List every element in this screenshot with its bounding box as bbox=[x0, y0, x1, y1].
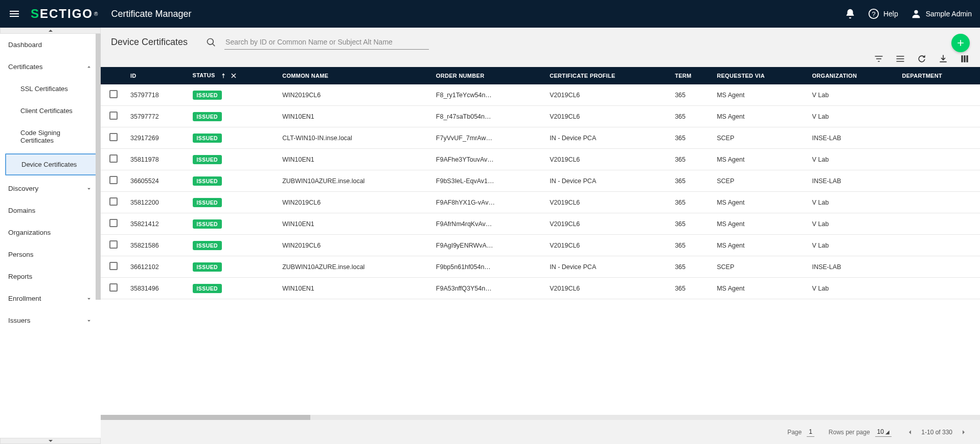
table-row[interactable]: 36605524ISSUEDZUBWIN10AZURE.inse.localF9… bbox=[101, 170, 980, 192]
cell-term: 365 bbox=[671, 278, 713, 299]
table-row[interactable]: 35821586ISSUEDWIN2019CL6F9AgI9yENRWvA…V2… bbox=[101, 235, 980, 256]
row-checkbox[interactable] bbox=[109, 219, 118, 227]
table-row[interactable]: 35831496ISSUEDWIN10EN1F9A53nffQ3Y54n…V20… bbox=[101, 278, 980, 299]
row-checkbox[interactable] bbox=[109, 112, 118, 120]
sidebar-item-enrollment[interactable]: Enrollment bbox=[0, 287, 101, 309]
sidebar-item-organizations[interactable]: Organizations bbox=[0, 221, 101, 243]
table-row[interactable]: 32917269ISSUEDCLT-WIN10-IN.inse.localF7y… bbox=[101, 127, 980, 149]
rows-per-page: Rows per page 10 ◢ bbox=[829, 427, 892, 437]
sidebar-item-domains[interactable]: Domains bbox=[0, 199, 101, 221]
row-checkbox[interactable] bbox=[109, 90, 118, 98]
col-term[interactable]: TERM bbox=[671, 67, 713, 84]
table: ID STATUS COMMON NAME ORDER NUMBER CERTI… bbox=[101, 67, 980, 415]
table-row[interactable]: 35821412ISSUEDWIN10EN1F9AfrNm4rqKvAv…V20… bbox=[101, 213, 980, 235]
col-id[interactable]: ID bbox=[126, 67, 189, 84]
sidebar-item-label: Issuers bbox=[8, 317, 31, 324]
sidebar-scroll-up[interactable] bbox=[0, 28, 101, 34]
page-indicator: Page 1 bbox=[787, 427, 814, 437]
cell-via: SCEP bbox=[713, 127, 808, 149]
sidebar-item-code-signing-certificates[interactable]: Code Signing Certificates bbox=[0, 122, 101, 151]
cell-order: F9AfrNm4rqKvAv… bbox=[432, 213, 545, 235]
sidebar-item-device-certificates[interactable]: Device Certificates bbox=[5, 153, 98, 175]
toolbar-secondary bbox=[101, 54, 980, 67]
cell-term: 365 bbox=[671, 192, 713, 213]
cell-dept bbox=[898, 235, 980, 256]
cell-profile: IN - Device PCA bbox=[545, 170, 671, 192]
sidebar-item-ssl-certificates[interactable]: SSL Certificates bbox=[0, 78, 101, 100]
status-badge: ISSUED bbox=[193, 91, 222, 100]
cell-profile: V2019CL6 bbox=[545, 192, 671, 213]
pager-range: 1-10 of 330 bbox=[921, 429, 952, 436]
cell-term: 365 bbox=[671, 84, 713, 106]
cell-via: SCEP bbox=[713, 256, 808, 278]
user-icon bbox=[910, 8, 922, 19]
col-department[interactable]: DEPARTMENT bbox=[898, 67, 980, 84]
cell-id: 36605524 bbox=[126, 170, 189, 192]
row-checkbox[interactable] bbox=[109, 262, 118, 270]
search-input[interactable] bbox=[224, 35, 429, 50]
sidebar-scroll-down[interactable] bbox=[0, 438, 101, 444]
horizontal-scrollbar[interactable] bbox=[101, 415, 980, 420]
refresh-icon[interactable] bbox=[917, 54, 927, 64]
list-icon[interactable] bbox=[895, 54, 905, 64]
row-checkbox[interactable] bbox=[109, 154, 118, 163]
filter-icon[interactable] bbox=[874, 54, 884, 64]
table-row[interactable]: 35797772ISSUEDWIN10EN1F8_r47saTb054n…V20… bbox=[101, 106, 980, 127]
rpp-label: Rows per page bbox=[829, 429, 870, 436]
sidebar-item-client-certificates[interactable]: Client Certificates bbox=[0, 100, 101, 122]
table-row[interactable]: 35812200ISSUEDWIN2019CL6F9AF8hYX1G-vAv…V… bbox=[101, 192, 980, 213]
sidebar-item-reports[interactable]: Reports bbox=[0, 265, 101, 287]
sidebar-item-dashboard[interactable]: Dashboard bbox=[0, 34, 101, 56]
sidebar-item-certificates[interactable]: Certificates bbox=[0, 56, 101, 78]
help-group[interactable]: ? Help bbox=[868, 8, 898, 19]
cell-id: 35812200 bbox=[126, 192, 189, 213]
prev-page-icon[interactable] bbox=[906, 428, 914, 436]
col-organization[interactable]: ORGANIZATION bbox=[808, 67, 898, 84]
table-row[interactable]: 35811978ISSUEDWIN10EN1F9AFhe3YTouvAv…V20… bbox=[101, 149, 980, 170]
sidebar-item-issuers[interactable]: Issuers bbox=[0, 309, 101, 331]
rpp-value[interactable]: 10 ◢ bbox=[875, 427, 892, 437]
cell-id: 36612102 bbox=[126, 256, 189, 278]
scrollbar-thumb[interactable] bbox=[101, 415, 310, 420]
add-button[interactable] bbox=[951, 34, 970, 52]
next-page-icon[interactable] bbox=[960, 428, 968, 436]
cell-dept bbox=[898, 170, 980, 192]
cell-order: F9AFhe3YTouvAv… bbox=[432, 149, 545, 170]
page-value[interactable]: 1 bbox=[807, 427, 814, 437]
status-badge: ISSUED bbox=[193, 241, 222, 250]
sort-asc-icon[interactable] bbox=[220, 72, 227, 79]
col-status[interactable]: STATUS bbox=[189, 67, 279, 84]
menu-button[interactable] bbox=[8, 8, 20, 20]
row-checkbox[interactable] bbox=[109, 240, 118, 249]
cell-id: 35821586 bbox=[126, 235, 189, 256]
row-checkbox[interactable] bbox=[109, 197, 118, 206]
user-group[interactable]: Sample Admin bbox=[910, 8, 972, 19]
row-checkbox[interactable] bbox=[109, 283, 118, 292]
search-icon[interactable] bbox=[206, 37, 216, 48]
download-icon[interactable] bbox=[938, 54, 948, 64]
bell-icon[interactable] bbox=[845, 8, 856, 19]
paginator: Page 1 Rows per page 10 ◢ 1-10 of 330 bbox=[101, 420, 980, 444]
page-label: Page bbox=[787, 429, 802, 436]
table-row[interactable]: 36612102ISSUEDZUBWIN10AZURE.inse.localF9… bbox=[101, 256, 980, 278]
cell-order: F9A53nffQ3Y54n… bbox=[432, 278, 545, 299]
sidebar-item-label: Code Signing Certificates bbox=[20, 129, 60, 144]
help-label: Help bbox=[883, 10, 898, 18]
row-checkbox[interactable] bbox=[109, 133, 118, 141]
col-requested-via[interactable]: REQUESTED VIA bbox=[713, 67, 808, 84]
sidebar-item-persons[interactable]: Persons bbox=[0, 243, 101, 265]
cell-dept bbox=[898, 278, 980, 299]
table-row[interactable]: 35797718ISSUEDWIN2019CL6F8_ry1TeYcw54n…V… bbox=[101, 84, 980, 106]
clear-sort-icon[interactable] bbox=[230, 72, 237, 79]
status-badge: ISSUED bbox=[193, 284, 222, 293]
status-badge: ISSUED bbox=[193, 176, 222, 186]
sidebar: Dashboard Certificates SSL Certificates … bbox=[0, 28, 101, 444]
col-certificate-profile[interactable]: CERTIFICATE PROFILE bbox=[545, 67, 671, 84]
sidebar-item-discovery[interactable]: Discovery bbox=[0, 177, 101, 199]
status-badge: ISSUED bbox=[193, 219, 222, 229]
columns-icon[interactable] bbox=[960, 54, 970, 64]
cell-common-name: WIN10EN1 bbox=[278, 149, 432, 170]
col-order-number[interactable]: ORDER NUMBER bbox=[432, 67, 545, 84]
row-checkbox[interactable] bbox=[109, 176, 118, 184]
col-common-name[interactable]: COMMON NAME bbox=[278, 67, 432, 84]
